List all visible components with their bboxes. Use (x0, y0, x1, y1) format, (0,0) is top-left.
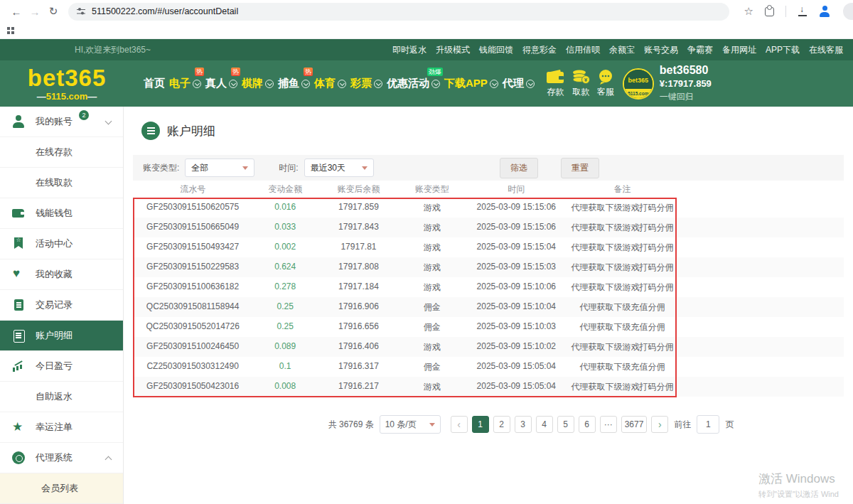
site-settings-icon[interactable] (77, 8, 85, 16)
sidebar-item[interactable]: 我的收藏 (0, 259, 123, 290)
service-button[interactable]: 客服 (597, 69, 614, 98)
topbar-link[interactable]: APP下载 (766, 44, 800, 56)
filter-button[interactable]: 筛选 (500, 158, 538, 178)
remark: 代理获取下级游戏打码分佣 (568, 242, 677, 254)
remark: 代理获取下级游戏打码分佣 (568, 202, 677, 214)
hot-badge: 热 (231, 68, 240, 76)
page-size-select[interactable]: 10 条/页 (380, 415, 441, 434)
one-key-recall-link[interactable]: 一键回归 (660, 91, 712, 103)
nav-item[interactable]: 体育 (314, 77, 346, 90)
page-number-button[interactable]: ··· (600, 416, 617, 433)
topbar-link[interactable]: 争霸赛 (687, 44, 713, 56)
address-bar[interactable]: 511500222.com/#/user/accountDetail (68, 3, 729, 21)
nav-item-label: 体育 (314, 77, 336, 90)
change-type: 游戏 (399, 222, 465, 234)
chevron-down-circle-icon (301, 80, 310, 88)
sidebar-item[interactable]: 账户明细 (0, 321, 123, 351)
nav-item[interactable]: 首页 (144, 77, 165, 90)
downloads-icon[interactable] (798, 6, 808, 16)
sidebar-item[interactable]: 自助返水 (0, 382, 123, 412)
apps-grid-icon[interactable] (7, 27, 10, 30)
nav-item[interactable]: 代理 (503, 77, 535, 90)
page-number-button[interactable]: 2 (493, 416, 510, 433)
remark: 代理获取下级游戏打码分佣 (568, 262, 677, 274)
nav-item[interactable]: 优惠活动 劲爆 (387, 77, 440, 90)
profit-icon (12, 360, 25, 372)
sidebar-item[interactable]: 代理系统 (0, 443, 123, 473)
sidebar-item[interactable]: 会员列表 (0, 473, 123, 504)
time-filter-select[interactable]: 最近30天 (304, 159, 374, 177)
nav-item[interactable]: 棋牌 (242, 77, 274, 90)
topbar-link[interactable]: 钱能回馈 (479, 44, 513, 56)
extensions-icon[interactable] (765, 7, 774, 16)
type-filter-select[interactable]: 全部 (185, 159, 254, 177)
balance-after: 17917.808 (318, 262, 399, 274)
topbar-link[interactable]: 升级模式 (436, 44, 470, 56)
goto-page-input[interactable] (697, 415, 719, 434)
deposit-icon (12, 146, 25, 159)
sidebar-item-label: 自助返水 (36, 390, 73, 403)
browser-menu-pill[interactable] (843, 3, 853, 20)
sidebar-item[interactable]: 在线存款 (0, 137, 123, 168)
topbar-link[interactable]: 账号交易 (644, 44, 678, 56)
page-number-button[interactable]: 3 (515, 416, 532, 433)
forward-icon[interactable]: → (26, 6, 44, 18)
table-row: QC25030915052014726 0.25 17916.656 佣金 20… (133, 317, 844, 337)
account-logo-bottom: 5115.com (624, 89, 653, 100)
sidebar-item[interactable]: 活动中心 (0, 229, 123, 259)
topbar-link[interactable]: 在线客服 (809, 44, 843, 56)
page-number-button[interactable]: 6 (579, 416, 596, 433)
page-number-button[interactable]: 1 (472, 416, 489, 433)
sidebar-item-label: 交易记录 (36, 299, 73, 311)
change-amount: 0.278 (252, 282, 318, 294)
topbar-link[interactable]: 余额宝 (609, 44, 635, 56)
topbar-link[interactable]: 信用借呗 (566, 44, 600, 56)
sidebar-item-label: 我的收藏 (36, 268, 73, 281)
withdraw-button[interactable]: ¥ 取款 (572, 69, 591, 98)
change-amount: 0.25 (252, 321, 318, 333)
sidebar-item[interactable]: 今日盈亏 (0, 351, 123, 382)
nav-item[interactable]: 捕鱼 热 (278, 77, 310, 90)
nav-item-label: 下载APP (444, 77, 488, 90)
table-row: GF25030915150665049 0.033 17917.843 游戏 2… (133, 218, 844, 237)
sidebar-item[interactable]: 幸运注单 (0, 412, 123, 443)
site-logo[interactable]: bet365 —5115.com— (17, 66, 117, 101)
reload-icon[interactable]: ↻ (44, 5, 63, 18)
page-number-button[interactable]: 4 (536, 416, 553, 433)
nav-item[interactable]: 真人 热 (205, 77, 237, 90)
change-amount: 0.25 (252, 301, 318, 313)
back-icon[interactable]: ← (7, 6, 26, 18)
reset-button[interactable]: 重置 (561, 158, 599, 178)
remark: 代理获取下级游戏打码分佣 (568, 222, 677, 234)
topbar-link[interactable]: 即时返水 (392, 44, 426, 56)
nav-item[interactable]: 彩票 (350, 77, 382, 90)
page-number-button[interactable]: 5 (557, 416, 574, 433)
bookmark-star-icon[interactable]: ☆ (744, 5, 753, 18)
topbar-link[interactable]: 备用网址 (722, 44, 756, 56)
deposit-button[interactable]: 存款 (546, 69, 565, 98)
remark: 代理获取下级充值分佣 (568, 301, 677, 313)
chevron-down-circle-icon (338, 80, 346, 88)
sidebar-item[interactable]: 交易记录 (0, 290, 123, 321)
quick-actions: 存款 ¥ 取款 客服 (546, 69, 614, 98)
topbar-links: 即时返水 升级模式 钱能回馈 得意彩金 信用借呗 余额宝 账号交易 争霸赛 备用… (392, 44, 843, 56)
change-time: 2025-03-09 15:15:03 (465, 262, 568, 274)
nav-item[interactable]: 下载APP (444, 77, 498, 90)
bookmarks-bar (0, 23, 853, 39)
prev-page-button[interactable]: ‹ (451, 416, 468, 433)
page-number-button[interactable]: 3677 (621, 416, 648, 433)
account-logo-top: bet365 (624, 70, 653, 89)
url-text[interactable]: 511500222.com/#/user/accountDetail (92, 6, 238, 16)
nav-item-label: 棋牌 (242, 77, 263, 90)
time-filter-value: 最近30天 (311, 162, 345, 174)
next-page-button[interactable]: › (651, 416, 668, 433)
sidebar-item[interactable]: 钱能钱包 (0, 198, 123, 229)
profile-avatar-icon[interactable] (819, 6, 830, 17)
balance-after: 17917.81 (318, 242, 399, 254)
sidebar-item[interactable]: 我的账号 2 (0, 107, 123, 137)
nav-item[interactable]: 电子 热 (169, 77, 201, 90)
topbar-link[interactable]: 得意彩金 (522, 44, 557, 56)
remark: 代理获取下级游戏打码分佣 (568, 282, 677, 294)
table-row: GF25030915050423016 0.008 17916.217 游戏 2… (133, 377, 844, 397)
sidebar-item[interactable]: 在线取款 (0, 168, 123, 198)
